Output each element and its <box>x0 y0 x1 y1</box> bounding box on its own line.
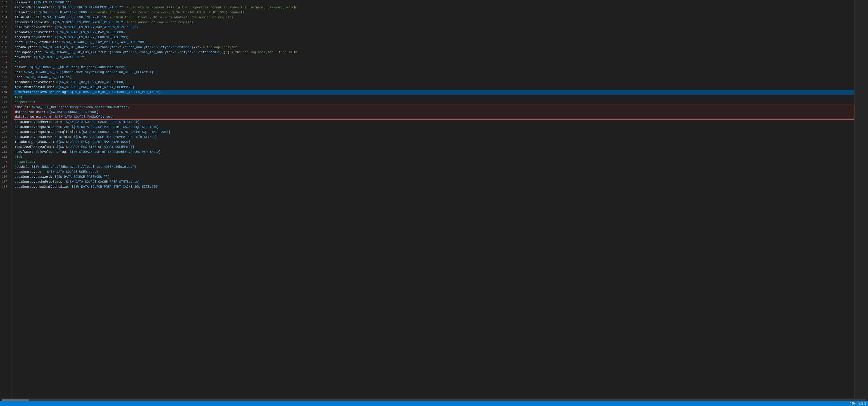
line-number: 162 <box>2 55 9 60</box>
scrollbar-area[interactable] <box>0 398 868 401</box>
code-line: user: ${SW_STORAGE_H2_USER:sa} <box>13 75 855 80</box>
code-line: dataSource.cachePrepStmts: ${SW_DATA_SOU… <box>13 179 855 184</box>
line-number: 155 <box>2 20 9 25</box>
code-line: advanced: ${SW_STORAGE_ES_ADVANCED:""} <box>13 55 855 60</box>
line-number: 172 <box>2 105 9 110</box>
line-number: 179 <box>2 140 9 144</box>
line-number: 161 <box>2 50 9 55</box>
code-line: secretsManagementFile: ${SW_ES_SECRETS_M… <box>13 5 855 10</box>
line-number: 188 <box>2 184 9 189</box>
line-number: 175 <box>2 120 9 124</box>
line-number: 185 <box>2 169 9 174</box>
line-number: 168 <box>2 85 9 90</box>
line-numbers: 151152153154155156157158159160161162◆164… <box>0 0 12 398</box>
code-line: dataSource.prepStmtCacheSize: ${SW_DATA_… <box>13 124 855 129</box>
code-line: metadataQueryMaxSize: ${SW_STORAGE_MYSQL… <box>13 140 855 144</box>
line-number: 184 <box>2 165 9 169</box>
code-line: properties: <box>13 160 855 165</box>
code-line: url: ${SW_STORAGE_H2_URL:jdbc:h2:mem:sky… <box>13 70 855 75</box>
code-line: oapAnalyzer: ${SW_STORAGE_ES_OAP_ANALYZE… <box>13 45 855 50</box>
line-number: 166 <box>2 75 9 80</box>
code-area: 151152153154155156157158159160161162◆164… <box>0 0 868 398</box>
code-line: jdbcUrl: ${SW_JDBC_URL:"jdbc:mysql://loc… <box>13 105 855 110</box>
code-line: tidb: <box>13 154 855 160</box>
code-line: concurrentRequests: ${SW_STORAGE_ES_CONC… <box>13 20 855 25</box>
code-line: metadataQueryMaxSize: ${SW_STORAGE_ES_QU… <box>13 30 855 35</box>
code-line: properties: <box>13 99 855 105</box>
line-number: 186 <box>2 174 9 179</box>
line-number: 151 <box>2 0 9 5</box>
line-number: 159 <box>2 40 9 45</box>
code-line: bulkActions: ${SW_ES_BULK_ACTIONS:1000} … <box>13 10 855 15</box>
status-bar: CSDN 老元灵 <box>0 401 868 406</box>
code-line: maxSizeOfArrayColumn: ${SW_STORAGE_MAX_S… <box>13 85 855 90</box>
line-number: 173 <box>2 110 9 115</box>
code-content[interactable]: password: ${SW_ES_PASSWORD:""}secretsMan… <box>12 0 855 398</box>
code-line: oapLogAnalyzer: ${SW_STORAGE_ES_OAP_LOG_… <box>13 50 855 55</box>
line-number: 164 <box>2 65 9 70</box>
line-number: 181 <box>2 149 9 154</box>
line-number: 177 <box>2 129 9 135</box>
code-line: dataSource.cachePrepStmts: ${SW_DATA_SOU… <box>13 120 855 124</box>
minimap <box>855 0 868 398</box>
line-number: 167 <box>2 80 9 85</box>
line-number: ◆ <box>2 60 9 65</box>
line-number: 158 <box>2 35 9 40</box>
line-number: 174 <box>2 115 9 120</box>
line-number: 157 <box>2 30 9 35</box>
code-line: h2: <box>13 60 855 65</box>
code-line: dataSource.prepStmtCacheSqlLimit: ${SW_D… <box>13 129 855 135</box>
code-line: dataSource.password: ${SW_DATA_SOURCE_PA… <box>13 174 855 179</box>
line-number: 182 <box>2 154 9 160</box>
line-number: 180 <box>2 144 9 149</box>
line-number: 153 <box>2 10 9 15</box>
line-number: 178 <box>2 135 9 140</box>
code-line: dataSource.prepStmtCacheSize: ${SW_DATA_… <box>13 184 855 189</box>
code-line: numOfSearchableValuesPerTag: ${SW_STORAG… <box>13 90 855 95</box>
gutter-marker: ◆ <box>5 160 7 165</box>
code-line: flushInterval: ${SW_STORAGE_ES_FLUSH_INT… <box>13 15 855 20</box>
line-number: 171 <box>2 99 9 105</box>
scrollbar-track[interactable] <box>2 399 866 401</box>
line-number: 176 <box>2 124 9 129</box>
code-line: segmentQueryMaxSize: ${SW_STORAGE_ES_QUE… <box>13 35 855 40</box>
code-line: dataSource.useServerPrepStmts: ${SW_DATA… <box>13 135 855 140</box>
code-line: dataSource.user: ${SW_DATA_SOURCE_USER:r… <box>13 169 855 174</box>
code-line: driver: ${SW_STORAGE_H2_DRIVER:org.h2.jd… <box>13 65 855 70</box>
line-number: 165 <box>2 70 9 75</box>
status-right: CSDN 老元灵 <box>850 402 866 406</box>
code-line: resultWindowMaxSize: ${SW_STORAGE_ES_QUE… <box>13 25 855 30</box>
line-number: 187 <box>2 179 9 184</box>
line-number: 160 <box>2 45 9 50</box>
line-number: 152 <box>2 5 9 10</box>
line-number: ◆ <box>2 160 9 165</box>
line-number: 154 <box>2 15 9 20</box>
code-line: dataSource.password: ${SW_DATA_SOURCE_PA… <box>13 115 855 120</box>
code-line: profileTaskQueryMaxSize: ${SW_STORAGE_ES… <box>13 40 855 45</box>
code-line: mysql: <box>13 95 855 99</box>
code-line: jdbcUrl: ${SW_JDBC_URL:"jdbc:mysql://loc… <box>13 165 855 169</box>
editor-container: 151152153154155156157158159160161162◆164… <box>0 0 868 406</box>
code-line: password: ${SW_ES_PASSWORD:""} <box>13 0 855 5</box>
code-line: metadataQueryMaxSize: ${SW_STORAGE_H2_QU… <box>13 80 855 85</box>
line-number: 170 <box>2 95 9 99</box>
status-label: CSDN 老元灵 <box>850 402 866 406</box>
code-line: dataSource.user: ${SW_DATA_SOURCE_USER:r… <box>13 110 855 115</box>
line-number: 156 <box>2 25 9 30</box>
code-line: numOfSearchableValuesPerTag: ${SW_STORAG… <box>13 149 855 154</box>
line-number: 169 <box>2 90 9 95</box>
code-line: maxSizeOfArrayColumn: ${SW_STORAGE_MAX_S… <box>13 144 855 149</box>
scrollbar-thumb[interactable] <box>2 399 29 401</box>
gutter-marker: ◆ <box>5 60 7 65</box>
